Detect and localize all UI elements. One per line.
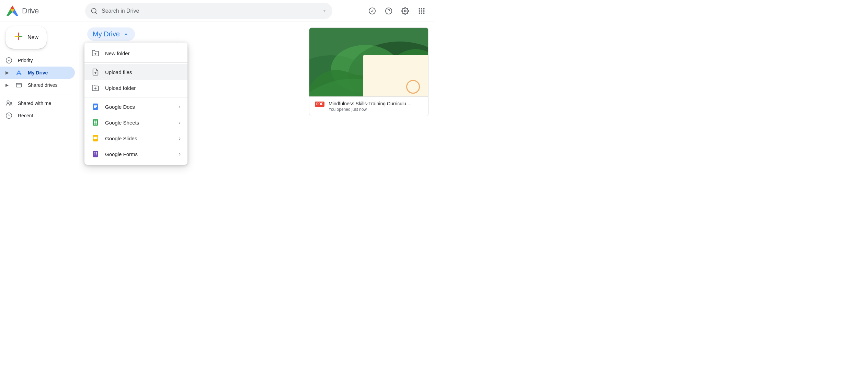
google-sheets-icon (91, 119, 100, 126)
svg-marker-27 (18, 70, 20, 72)
shared-drives-icon (15, 82, 22, 89)
svg-rect-39 (94, 107, 96, 108)
svg-marker-25 (16, 72, 19, 75)
google-slides-icon (91, 134, 100, 142)
svg-point-56 (96, 154, 97, 155)
preview-thumbnail (309, 28, 428, 96)
svg-rect-48 (94, 137, 98, 139)
svg-rect-44 (95, 122, 97, 123)
dropdown-item-google-docs[interactable]: Google Docs › (84, 99, 187, 115)
preview-timestamp: You opened just now (329, 107, 423, 112)
preview-text-block: Mindfulness Skills-Training Curriculu...… (329, 101, 423, 112)
logo-area: Drive (5, 4, 81, 18)
google-forms-label: Google Forms (105, 151, 173, 157)
svg-line-6 (95, 12, 97, 13)
preview-doc-circle (406, 80, 420, 94)
settings-button[interactable] (398, 4, 412, 18)
dropdown-item-google-slides[interactable]: Google Slides › (84, 130, 187, 146)
expand-icon-my-drive: ▶ (5, 70, 9, 75)
svg-rect-53 (94, 155, 95, 155)
google-forms-icon (91, 150, 100, 158)
svg-rect-43 (94, 122, 95, 123)
my-drive-title: My Drive (93, 30, 120, 38)
sidebar-label-shared-drives: Shared drives (28, 82, 57, 88)
sidebar-item-recent[interactable]: Recent (0, 109, 75, 122)
dropdown-item-new-folder[interactable]: New folder (84, 45, 187, 61)
upload-folder-icon (91, 84, 100, 92)
preview-doc-overlay (363, 55, 428, 96)
preview-card[interactable]: PDF Mindfulness Skills-Training Curricul… (309, 27, 429, 116)
sidebar-label-shared-with-me: Shared with me (18, 101, 51, 106)
svg-rect-16 (423, 10, 425, 12)
new-folder-label: New folder (105, 50, 181, 56)
google-forms-submenu-icon: › (179, 151, 181, 157)
svg-rect-52 (94, 154, 95, 154)
app-title: Drive (22, 7, 39, 15)
svg-rect-38 (94, 106, 97, 107)
upload-files-label: Upload files (105, 69, 181, 75)
plus-icon (14, 32, 23, 43)
google-slides-submenu-icon: › (179, 136, 181, 141)
google-slides-label: Google Slides (105, 136, 173, 141)
drive-icon (15, 69, 22, 76)
dropdown-item-upload-files[interactable]: Upload files (84, 64, 187, 80)
sidebar-label-priority: Priority (18, 58, 33, 63)
svg-rect-28 (16, 83, 22, 87)
search-filter-dropdown-icon[interactable] (322, 9, 327, 13)
sidebar-label-recent: Recent (18, 113, 33, 118)
apps-grid-button[interactable] (415, 4, 429, 18)
svg-rect-17 (419, 12, 420, 14)
svg-point-29 (7, 101, 9, 103)
svg-point-54 (96, 152, 97, 153)
search-icon (91, 8, 98, 14)
content-area: My Drive New folder (79, 22, 434, 188)
help-button[interactable] (382, 4, 396, 18)
svg-rect-11 (419, 8, 420, 9)
svg-point-10 (404, 10, 406, 12)
new-button-label: New (27, 34, 38, 40)
sidebar-item-my-drive[interactable]: ▶ My Drive (0, 67, 75, 79)
check-circle-icon (5, 57, 12, 64)
svg-rect-12 (421, 8, 422, 9)
new-button[interactable]: New (5, 26, 47, 49)
svg-rect-45 (94, 124, 95, 125)
dropdown-chevron-icon (123, 31, 129, 38)
svg-rect-19 (423, 12, 425, 14)
sidebar-item-shared-drives[interactable]: ▶ Shared drives (0, 79, 75, 91)
google-sheets-label: Google Sheets (105, 120, 173, 126)
pdf-badge: PDF (315, 102, 324, 107)
svg-rect-15 (421, 10, 422, 12)
svg-rect-50 (93, 151, 98, 157)
svg-rect-49 (94, 140, 97, 140)
my-drive-dropdown-button[interactable]: My Drive (87, 27, 135, 41)
svg-rect-18 (421, 12, 422, 14)
preview-filename: Mindfulness Skills-Training Curriculu... (329, 101, 423, 106)
search-bar[interactable]: Search in Drive (85, 3, 332, 19)
sidebar-divider (5, 94, 73, 94)
svg-rect-37 (94, 105, 97, 105)
sidebar: New Priority ▶ My Drive (0, 22, 79, 188)
svg-point-30 (10, 102, 12, 104)
upload-file-icon (91, 68, 100, 76)
dropdown-item-upload-folder[interactable]: Upload folder (84, 80, 187, 96)
checklist-button[interactable] (365, 4, 379, 18)
svg-rect-13 (423, 8, 425, 9)
svg-rect-42 (95, 121, 97, 122)
google-docs-icon (91, 103, 100, 110)
sidebar-item-priority[interactable]: Priority (0, 54, 75, 67)
main-layout: New Priority ▶ My Drive (0, 22, 434, 188)
google-docs-label: Google Docs (105, 104, 173, 110)
google-docs-submenu-icon: › (179, 104, 181, 109)
right-preview-panel: PDF Mindfulness Skills-Training Curricul… (304, 22, 434, 188)
sidebar-item-shared-with-me[interactable]: Shared with me (0, 97, 75, 109)
svg-marker-26 (19, 72, 22, 75)
svg-rect-46 (95, 124, 97, 125)
search-placeholder-text: Search in Drive (102, 8, 318, 14)
svg-rect-40 (93, 119, 98, 126)
dropdown-item-google-forms[interactable]: Google Forms › (84, 146, 187, 162)
person-icon (5, 100, 12, 107)
app-header: Drive Search in Drive (0, 0, 434, 22)
dropdown-item-google-sheets[interactable]: Google Sheets › (84, 115, 187, 130)
google-sheets-submenu-icon: › (179, 120, 181, 125)
svg-rect-41 (94, 121, 95, 122)
